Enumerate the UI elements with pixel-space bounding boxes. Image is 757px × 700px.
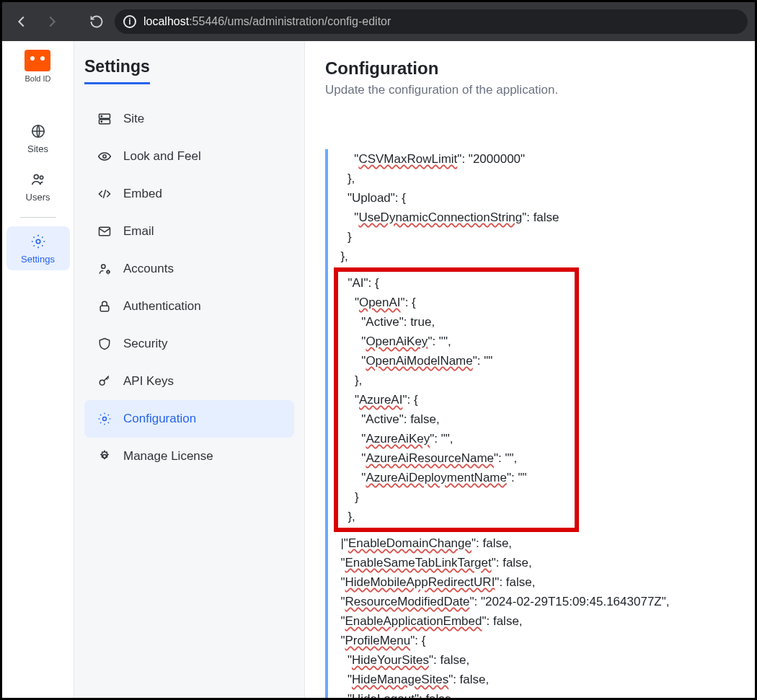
sidebar-item-embed[interactable]: Embed (84, 175, 294, 213)
back-button[interactable] (9, 9, 34, 34)
sidebar-item-configuration[interactable]: Configuration (84, 400, 294, 438)
rail-item-sites[interactable]: Sites (6, 116, 70, 160)
key-icon (97, 374, 112, 389)
brand: Bold ID (25, 50, 50, 90)
main-content: Configuration Update the configuration o… (305, 41, 755, 698)
sidebar-label: Look and Feel (123, 149, 201, 164)
svg-point-7 (101, 121, 102, 122)
sidebar-label: Configuration (123, 412, 196, 426)
sidebar-item-accounts[interactable]: Accounts (84, 250, 294, 288)
brand-logo-icon (25, 50, 50, 71)
address-bar[interactable]: i localhost:55446/ums/administration/con… (115, 9, 748, 34)
user-gear-icon (97, 262, 112, 276)
svg-point-1 (34, 174, 38, 179)
sidebar-label: Site (123, 112, 144, 126)
gear-icon (97, 449, 112, 464)
svg-point-6 (101, 116, 102, 117)
reload-button[interactable] (84, 9, 109, 34)
page-title: Configuration (325, 58, 735, 79)
sidebar-label: Accounts (123, 262, 174, 276)
sidebar-label: Manage License (123, 449, 213, 464)
ai-config-highlight: "AI": { "OpenAI": { "Active": true, "Ope… (334, 267, 579, 532)
svg-point-14 (103, 417, 107, 421)
rail-item-settings[interactable]: Settings (6, 226, 70, 270)
eye-icon (97, 149, 112, 164)
sidebar-item-manage-license[interactable]: Manage License (84, 438, 294, 475)
sidebar-item-site[interactable]: Site (84, 100, 294, 138)
rail-label-settings: Settings (21, 254, 55, 265)
svg-point-11 (107, 271, 109, 273)
svg-point-10 (102, 265, 105, 268)
nav-rail: Bold ID Sites Users Settings (2, 41, 74, 698)
sidebar-item-email[interactable]: Email (84, 213, 294, 250)
lock-icon (97, 299, 112, 314)
svg-point-8 (103, 155, 106, 158)
site-info-icon[interactable]: i (123, 15, 136, 28)
svg-point-13 (99, 380, 105, 385)
sidebar-title: Settings (84, 57, 150, 84)
shield-icon (97, 337, 112, 351)
rail-item-users[interactable]: Users (6, 164, 70, 208)
config-editor[interactable]: "CSVMaxRowLimit": "2000000" }, "Upload":… (325, 149, 735, 698)
svg-point-3 (36, 239, 40, 244)
code-icon (97, 187, 112, 201)
page-subtitle: Update the configuration of the applicat… (325, 83, 735, 97)
browser-chrome: i localhost:55446/ums/administration/con… (2, 2, 755, 41)
sidebar-label: API Keys (123, 374, 174, 389)
svg-rect-12 (100, 306, 109, 311)
sidebar-label: Authentication (123, 299, 201, 314)
sidebar-label: Embed (123, 187, 162, 201)
mail-icon (97, 224, 112, 239)
sidebar-item-look-and-feel[interactable]: Look and Feel (84, 138, 294, 175)
sidebar-label: Email (123, 224, 154, 239)
server-icon (97, 112, 112, 126)
brand-label: Bold ID (25, 74, 50, 83)
settings-sidebar: Settings Site Look and Feel Embed Email … (74, 41, 305, 698)
sidebar-item-authentication[interactable]: Authentication (84, 288, 294, 325)
url-text: localhost:55446/ums/administration/confi… (143, 15, 391, 28)
svg-point-2 (40, 176, 43, 179)
sidebar-item-api-keys[interactable]: API Keys (84, 363, 294, 400)
sidebar-label: Security (123, 337, 167, 351)
forward-button[interactable] (40, 9, 64, 34)
gear-icon (97, 412, 112, 426)
rail-label-sites: Sites (27, 143, 48, 154)
rail-divider (20, 217, 56, 218)
rail-label-users: Users (26, 192, 50, 203)
sidebar-item-security[interactable]: Security (84, 325, 294, 363)
